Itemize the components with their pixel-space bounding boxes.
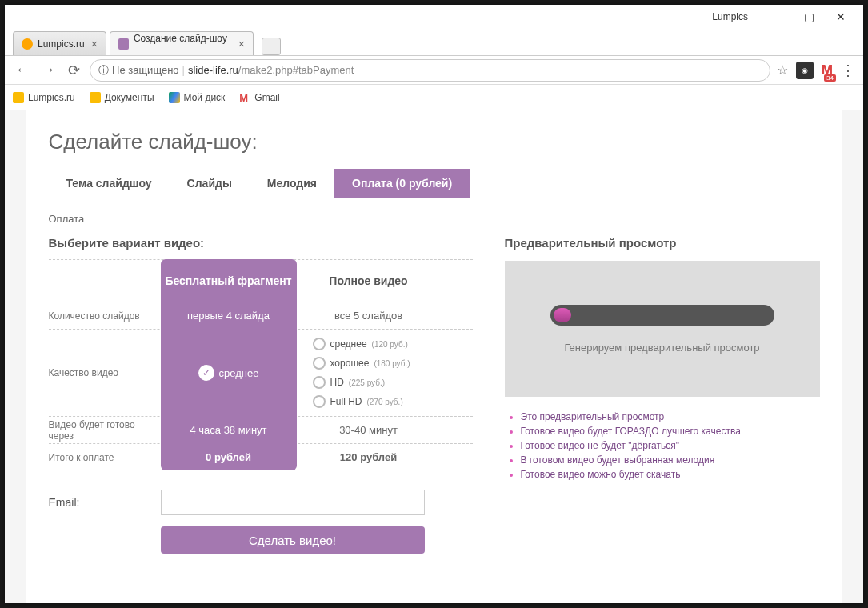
row-ready-label: Видео будет готово через	[49, 419, 161, 442]
preview-title: Предварительный просмотр	[505, 236, 820, 250]
row-quality-label: Качество видео	[49, 367, 161, 378]
bookmark-item[interactable]: Документы	[90, 92, 154, 103]
new-tab-button[interactable]	[262, 38, 281, 55]
note-item: Готовое видео можно будет скачать	[521, 469, 820, 480]
browser-tab-active[interactable]: Создание слайд-шоу — ×	[110, 31, 254, 55]
quality-option[interactable]: хорошее(180 руб.)	[313, 357, 410, 370]
progress-fill	[554, 308, 571, 322]
reload-button[interactable]: ⟳	[64, 62, 83, 79]
browser-tabs-row: Lumpics.ru × Создание слайд-шоу — ×	[5, 29, 863, 56]
row-slides-label: Количество слайдов	[49, 310, 161, 322]
forward-button[interactable]: →	[38, 62, 58, 78]
tab-payment[interactable]: Оплата (0 рублей)	[334, 169, 470, 198]
bookmark-item[interactable]: Lumpics.ru	[13, 92, 75, 103]
favicon-icon	[118, 38, 129, 50]
favicon-icon	[22, 38, 33, 50]
tab-melody[interactable]: Мелодия	[250, 169, 334, 198]
ready-full-value: 30-40 минут	[297, 418, 441, 442]
tab-slides[interactable]: Слайды	[170, 169, 250, 198]
progress-bar	[550, 305, 774, 326]
url-path: /make2.php#tabPayment	[238, 64, 354, 76]
maximize-button[interactable]: ▢	[793, 5, 825, 29]
ready-free-value: 4 часа 38 минут	[161, 424, 297, 436]
email-label: Email:	[49, 496, 161, 509]
col-full-header[interactable]: Полное видео	[297, 266, 441, 295]
preview-notes: Это предварительный просмотр Готовое вид…	[505, 411, 820, 480]
address-bar[interactable]: ⓘ Не защищено | slide-life.ru /make2.php…	[90, 59, 770, 82]
tab-theme[interactable]: Тема слайдшоу	[49, 169, 170, 198]
back-button[interactable]: ←	[13, 62, 32, 78]
page-tabs: Тема слайдшоу Слайды Мелодия Оплата (0 р…	[49, 169, 820, 198]
section-title: Оплата	[49, 213, 820, 225]
url-host: slide-life.ru	[188, 64, 238, 76]
radio-icon	[313, 376, 326, 389]
gmail-extension-icon[interactable]: M 34	[822, 62, 833, 78]
tab-label: Lumpics.ru	[38, 38, 85, 50]
extension-icon[interactable]: ◉	[796, 62, 814, 79]
browser-tab[interactable]: Lumpics.ru ×	[13, 31, 106, 55]
note-item: В готовом видео будет выбранная мелодия	[521, 454, 820, 466]
tab-label: Создание слайд-шоу —	[134, 33, 232, 55]
price-table: Бесплатный фрагмент Полное видео Количес…	[49, 259, 473, 470]
quality-option[interactable]: среднее(120 руб.)	[313, 338, 408, 350]
gmail-badge-count: 34	[824, 74, 836, 82]
page-title: Сделайте слайд-шоу:	[49, 130, 820, 154]
note-item: Это предварительный просмотр	[521, 411, 820, 422]
note-item: Готовое видео не будет "дёргаться"	[521, 440, 820, 451]
bookmarks-bar: Lumpics.ru Документы Мой диск MGmail	[5, 85, 863, 110]
info-icon: ⓘ	[98, 63, 109, 78]
radio-icon	[313, 395, 326, 408]
slides-full-value: все 5 слайдов	[297, 303, 441, 328]
total-free-value: 0 рублей	[161, 451, 297, 463]
radio-icon	[313, 338, 326, 350]
check-icon: ✓	[198, 365, 214, 381]
minimize-button[interactable]: —	[761, 5, 793, 29]
choose-label: Выберите вариант видео:	[49, 236, 473, 250]
quality-free-value: ✓ среднее	[198, 365, 259, 381]
preview-status: Генерируем предварительный просмотр	[564, 342, 759, 354]
row-total-label: Итого к оплате	[49, 452, 161, 463]
quality-option[interactable]: Full HD(270 руб.)	[313, 395, 403, 408]
preview-box: Генерируем предварительный просмотр	[505, 261, 820, 397]
close-button[interactable]: ✕	[825, 5, 857, 29]
security-label: Не защищено	[112, 64, 179, 76]
radio-icon	[313, 357, 326, 370]
bookmark-item[interactable]: MGmail	[239, 92, 279, 103]
tab-close-icon[interactable]: ×	[238, 38, 245, 50]
email-field[interactable]	[161, 490, 425, 515]
col-free-header[interactable]: Бесплатный фрагмент	[161, 266, 297, 295]
make-video-button[interactable]: Сделать видео!	[161, 526, 425, 554]
menu-icon[interactable]: ⋮	[841, 62, 855, 79]
titlebar-label: Lumpics	[712, 11, 748, 22]
quality-option[interactable]: HD(225 руб.)	[313, 376, 386, 389]
address-row: ← → ⟳ ⓘ Не защищено | slide-life.ru /mak…	[5, 56, 863, 85]
note-item: Готовое видео будет ГОРАЗДО лучшего каче…	[521, 426, 820, 437]
bookmark-item[interactable]: Мой диск	[169, 92, 226, 103]
tab-close-icon[interactable]: ×	[91, 38, 98, 50]
total-full-value: 120 рублей	[297, 445, 441, 470]
window-titlebar: Lumpics — ▢ ✕	[5, 5, 863, 29]
slides-free-value: первые 4 слайда	[161, 310, 297, 322]
bookmark-star-icon[interactable]: ☆	[777, 62, 788, 78]
